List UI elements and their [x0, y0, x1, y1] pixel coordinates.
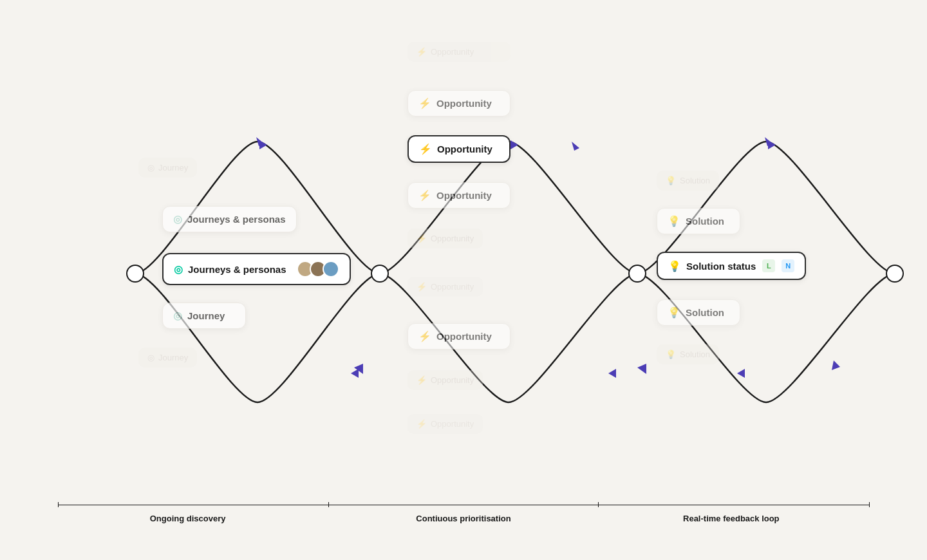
bolt-icon-ghost-bot2: ⚡: [417, 419, 427, 429]
opp-card-semi-2[interactable]: ⚡ Opportunity: [407, 182, 510, 209]
journey-ghost-above: ◎ Journey: [138, 158, 197, 178]
bolt-icon-semi-top: ⚡: [418, 97, 431, 109]
journey-ghost-below: ◎ Journey: [138, 348, 197, 368]
svg-marker-9: [351, 369, 359, 378]
solution-status-card[interactable]: 💡 Solution status L N: [657, 252, 806, 280]
svg-marker-3: [354, 364, 363, 374]
svg-marker-4: [637, 364, 646, 374]
opp-card-semi-top[interactable]: ⚡ Opportunity: [407, 90, 510, 117]
svg-marker-7: [510, 140, 518, 149]
bolt-icon-ghost-t2: ⚡: [417, 47, 427, 57]
node-1: [126, 265, 144, 283]
svg-marker-5: [832, 360, 840, 370]
opp-ghost-mid: ⚡ Opportunity: [407, 229, 483, 248]
circle-icon-ghost2: ◎: [147, 353, 154, 362]
opp-ghost-mid2: ⚡ Opportunity: [407, 277, 483, 297]
circle-icon-active: ◎: [174, 263, 183, 275]
opp-ghost-top2: ⚡ Opportunity: [407, 42, 510, 62]
bulb-icon-active: 💡: [668, 260, 681, 272]
label-continuous: Contiuous prioritisation: [416, 514, 510, 523]
svg-marker-1: [572, 142, 579, 151]
svg-marker-0: [256, 137, 264, 146]
bulb-icon-semi-bot: 💡: [668, 306, 680, 319]
opp-card-active[interactable]: ⚡ Opportunity: [407, 135, 510, 163]
opp-card-semi-3[interactable]: ⚡ Opportunity: [407, 323, 510, 350]
tick-3: [598, 502, 599, 507]
sol-ghost-above: 💡 Solution: [657, 171, 719, 191]
tick-2: [328, 502, 329, 507]
bulb-icon-ghost-a: 💡: [666, 176, 676, 185]
badge-n: N: [782, 259, 794, 272]
circle-icon-semi2: ◎: [173, 310, 182, 322]
opp-ghost-bottom: ⚡ Opportunity: [407, 370, 483, 390]
timeline: Ongoing discovery Contiuous prioritisati…: [58, 505, 869, 505]
bolt-icon-ghost-mid: ⚡: [417, 234, 427, 243]
svg-marker-10: [608, 369, 616, 378]
avatar-3: [323, 261, 339, 277]
circle-icon-ghost: ◎: [147, 163, 154, 173]
bolt-icon-semi3: ⚡: [418, 330, 431, 342]
svg-marker-8: [768, 140, 776, 149]
bolt-icon-active: ⚡: [419, 143, 432, 155]
circle-icon-semi: ◎: [173, 213, 182, 225]
bolt-icon-ghost-mid2: ⚡: [417, 282, 427, 292]
bolt-icon-ghost-bot: ⚡: [417, 375, 427, 385]
bolt-icon-semi2: ⚡: [418, 189, 431, 201]
bulb-icon-ghost-b: 💡: [666, 350, 676, 359]
badge-l: L: [762, 259, 775, 272]
journeys-personas-card[interactable]: ◎ Journeys & personas: [162, 253, 351, 285]
tick-4: [869, 502, 870, 507]
svg-marker-2: [765, 137, 772, 146]
opp-ghost-bottom2: ⚡ Opportunity: [407, 414, 483, 434]
node-2: [371, 265, 389, 283]
tick-1: [58, 502, 59, 507]
main-canvas: ◎ Journey ◎ Journeys & personas ◎ Journe…: [19, 16, 908, 544]
bulb-icon-semi-top: 💡: [668, 215, 680, 227]
label-ongoing: Ongoing discovery: [150, 514, 226, 523]
node-4: [886, 265, 904, 283]
journey-card-bottom[interactable]: ◎ Journey: [162, 303, 246, 329]
node-3: [628, 265, 646, 283]
journey-card-top[interactable]: ◎ Journeys & personas: [162, 206, 297, 232]
label-feedback: Real-time feedback loop: [683, 514, 780, 523]
svg-marker-11: [737, 369, 745, 378]
sol-card-bottom[interactable]: 💡 Solution: [657, 299, 740, 326]
sol-card-top[interactable]: 💡 Solution: [657, 208, 740, 234]
avatar-group: [297, 261, 339, 277]
sol-ghost-below: 💡 Solution: [657, 344, 719, 364]
svg-marker-6: [259, 140, 267, 149]
